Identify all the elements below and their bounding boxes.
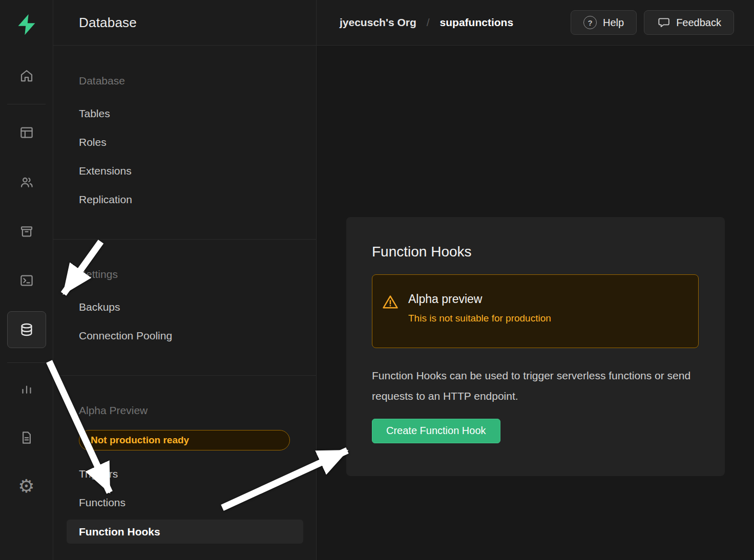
supabase-logo[interactable] (13, 11, 40, 38)
top-header: jyecusch's Org / supafunctions ? Help Fe… (317, 0, 754, 46)
sidebar-item-extensions[interactable]: Extensions (79, 163, 132, 179)
sidebar-item-triggers[interactable]: Triggers (79, 466, 118, 482)
alert-icon-col (372, 275, 408, 348)
sidebar-divider (53, 375, 316, 376)
main-content: Function Hooks Alpha preview This is not… (317, 46, 754, 560)
alert-title: Alpha preview (408, 292, 551, 306)
sql-editor-icon[interactable] (14, 268, 39, 293)
sidebar-item-tables[interactable]: Tables (79, 105, 110, 122)
auth-users-icon[interactable] (14, 170, 39, 195)
help-button-label: Help (603, 17, 624, 29)
reports-icon[interactable] (14, 376, 39, 401)
sidebar-divider (53, 239, 316, 240)
feedback-icon (657, 16, 670, 29)
warning-triangle-icon (382, 293, 399, 311)
storage-icon[interactable] (14, 219, 39, 244)
section-label-database: Database (79, 73, 125, 89)
section-label-settings: Settings (79, 266, 118, 283)
supabase-bolt-icon (15, 13, 38, 36)
sidebar-item-functions[interactable]: Functions (79, 494, 125, 511)
docs-icon[interactable] (14, 425, 39, 450)
help-icon: ? (583, 16, 597, 29)
page-title: Function Hooks (372, 244, 699, 260)
feedback-button-label: Feedback (676, 17, 721, 29)
gear-glyph: ⚙ (18, 477, 34, 496)
settings-gear-icon[interactable]: ⚙ (14, 474, 39, 499)
database-icon[interactable] (7, 311, 46, 348)
help-button[interactable]: ? Help (571, 10, 637, 35)
sidebar-header: Database (53, 0, 316, 46)
alpha-preview-alert: Alpha preview This is not suitable for p… (372, 274, 699, 348)
sidebar: Database Database Tables Roles Extension… (53, 0, 317, 560)
create-function-hook-button[interactable]: Create Function Hook (372, 419, 500, 443)
sidebar-item-backups[interactable]: Backups (79, 299, 120, 315)
alert-message: This is not suitable for production (408, 313, 551, 324)
sidebar-title: Database (79, 15, 137, 31)
rail-divider (7, 104, 46, 104)
breadcrumb-separator: / (427, 16, 430, 29)
app-window: ⚙ Database Database Tables Roles Extensi… (0, 0, 754, 560)
sidebar-item-function-hooks[interactable]: Function Hooks (67, 520, 303, 544)
breadcrumb-org[interactable]: jyecusch's Org (340, 16, 416, 29)
function-hooks-description: Function Hooks can be used to trigger se… (372, 365, 692, 406)
section-label-alpha-preview: Alpha Preview (79, 402, 148, 419)
feedback-button[interactable]: Feedback (644, 10, 734, 35)
sidebar-item-connection-pooling[interactable]: Connection Pooling (79, 328, 172, 344)
table-editor-icon[interactable] (14, 120, 39, 145)
function-hooks-card: Function Hooks Alpha preview This is not… (346, 217, 725, 476)
sidebar-item-replication[interactable]: Replication (79, 191, 132, 208)
icon-rail: ⚙ (0, 0, 53, 560)
alert-text: Alpha preview This is not suitable for p… (408, 275, 551, 348)
rail-divider (7, 362, 46, 363)
sidebar-item-roles[interactable]: Roles (79, 134, 107, 150)
breadcrumb-project[interactable]: supafunctions (440, 16, 514, 29)
not-production-ready-badge: Not production ready (79, 430, 290, 450)
home-icon[interactable] (14, 63, 39, 88)
